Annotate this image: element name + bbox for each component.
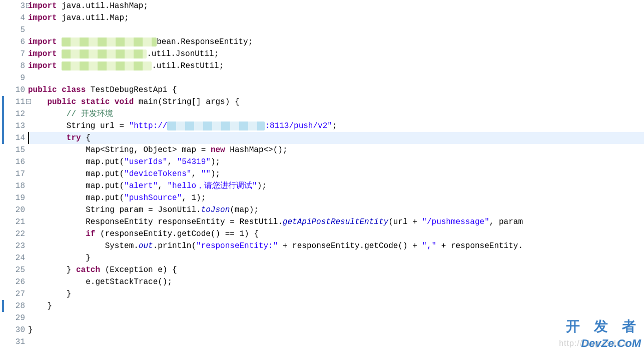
text-cursor: [28, 132, 29, 144]
line-number[interactable]: 31: [5, 336, 25, 348]
code-line[interactable]: import bean.ResponseEntity;: [28, 36, 644, 48]
line-number[interactable]: 6: [5, 36, 25, 48]
line-number[interactable]: 23: [5, 240, 25, 252]
code-line[interactable]: e.getStackTrace();: [28, 276, 644, 288]
code-line[interactable]: }: [28, 300, 644, 312]
line-number[interactable]: 16: [5, 156, 25, 168]
code-line[interactable]: [28, 336, 644, 348]
redacted-text: [167, 122, 265, 130]
redacted-text: [62, 50, 147, 58]
watermark-cn: 开 发 者: [566, 317, 641, 336]
line-number[interactable]: 8: [5, 60, 25, 72]
code-line[interactable]: [28, 72, 644, 84]
code-editor[interactable]: 3−4567891011−121314151617181920212223242…: [0, 0, 644, 351]
code-line[interactable]: public class TestDebugRestApi {: [28, 84, 644, 96]
code-line[interactable]: public static void main(String[] args) {: [28, 96, 644, 108]
line-number[interactable]: 27: [5, 288, 25, 300]
line-number[interactable]: 28: [5, 300, 25, 312]
line-number[interactable]: 25: [5, 264, 25, 276]
code-line[interactable]: }: [28, 288, 644, 300]
left-margin: [0, 0, 5, 351]
line-number[interactable]: 24: [5, 252, 25, 264]
code-line-current[interactable]: try {: [28, 132, 644, 144]
redacted-text: [62, 62, 152, 70]
line-number[interactable]: 30: [5, 324, 25, 336]
code-line[interactable]: String url = "http://:8113/push/v2";: [28, 120, 644, 132]
line-number[interactable]: 22: [5, 228, 25, 240]
code-line[interactable]: }: [28, 324, 644, 336]
code-line[interactable]: String param = JsonUtil.toJson(map);: [28, 204, 644, 216]
code-line[interactable]: map.put("alert", "hello，请您进行调试");: [28, 180, 644, 192]
line-number-gutter[interactable]: 3−4567891011−121314151617181920212223242…: [5, 0, 27, 351]
code-line[interactable]: map.put("deviceTokens", "");: [28, 168, 644, 180]
line-number[interactable]: 12: [5, 108, 25, 120]
line-number[interactable]: 3−: [5, 0, 25, 12]
line-number[interactable]: 19: [5, 192, 25, 204]
line-number[interactable]: 17: [5, 168, 25, 180]
code-line[interactable]: } catch (Exception e) {: [28, 264, 644, 276]
code-line[interactable]: import .util.JsonUtil;: [28, 48, 644, 60]
code-line[interactable]: [28, 24, 644, 36]
code-line[interactable]: [28, 312, 644, 324]
line-number[interactable]: 26: [5, 276, 25, 288]
code-line[interactable]: map.put("userIds", "54319");: [28, 156, 644, 168]
code-line[interactable]: map.put("pushSource", 1);: [28, 192, 644, 204]
line-number[interactable]: 4: [5, 12, 25, 24]
code-line[interactable]: import .util.RestUtil;: [28, 60, 644, 72]
line-number[interactable]: 13: [5, 120, 25, 132]
line-number[interactable]: 7: [5, 48, 25, 60]
code-line[interactable]: import java.util.Map;: [28, 12, 644, 24]
line-number[interactable]: 11−: [5, 96, 25, 108]
line-number[interactable]: 5: [5, 24, 25, 36]
change-marker: [2, 300, 4, 312]
line-number[interactable]: 10: [5, 84, 25, 96]
line-number[interactable]: 21: [5, 216, 25, 228]
line-number[interactable]: 18: [5, 180, 25, 192]
line-number[interactable]: 14: [5, 132, 25, 144]
redacted-text: [62, 38, 157, 46]
code-line[interactable]: System.out.println("responseEntity:" + r…: [28, 240, 644, 252]
line-number[interactable]: 9: [5, 72, 25, 84]
line-number[interactable]: 15: [5, 144, 25, 156]
watermark-devze: DevZe.CoM: [581, 337, 641, 350]
line-number[interactable]: 29: [5, 312, 25, 324]
code-line[interactable]: }: [28, 252, 644, 264]
code-line[interactable]: if (responseEntity.getCode() == 1) {: [28, 228, 644, 240]
code-line[interactable]: ResponseEntity responseEntity = RestUtil…: [28, 216, 644, 228]
code-line[interactable]: // 开发环境: [28, 108, 644, 120]
change-marker: [2, 96, 4, 144]
line-number[interactable]: 20: [5, 204, 25, 216]
code-line[interactable]: Map<String, Object> map = new HashMap<>(…: [28, 144, 644, 156]
code-line[interactable]: import java.util.HashMap;: [28, 0, 644, 12]
code-area[interactable]: import java.util.HashMap; import java.ut…: [27, 0, 644, 351]
